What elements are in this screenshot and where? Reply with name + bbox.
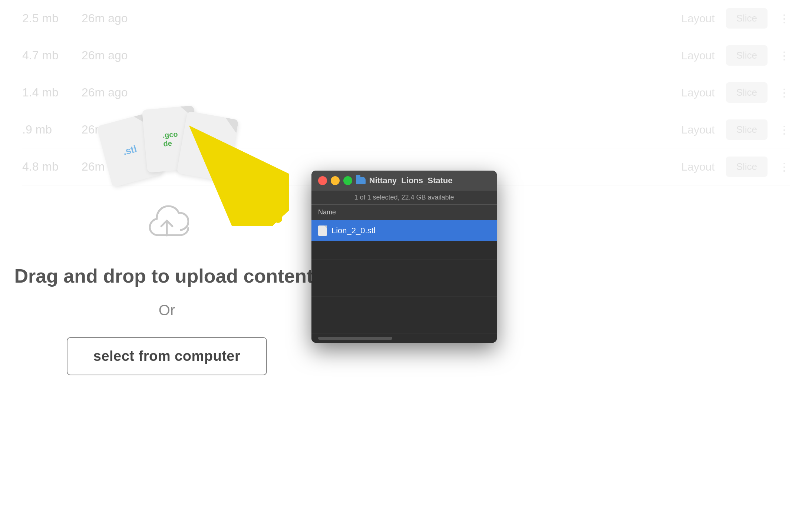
dialog-info: 1 of 1 selected, 22.4 GB available xyxy=(311,191,497,205)
layout-label: Layout xyxy=(681,86,715,99)
dialog-scrollbar[interactable] xyxy=(311,334,497,343)
file-list: Lion_2_0.stl xyxy=(311,220,497,334)
more-icon[interactable]: ⋮ xyxy=(779,160,790,173)
layout-label: Layout xyxy=(681,124,715,136)
slice-button[interactable]: Slice xyxy=(726,45,768,66)
file-size: 4.7 mb xyxy=(22,49,67,62)
slice-button[interactable]: Slice xyxy=(726,157,768,177)
table-row: 2.5 mb 26m ago Layout Slice ⋮ xyxy=(22,0,790,37)
svg-line-1 xyxy=(200,137,278,219)
layout-label: Layout xyxy=(681,49,715,62)
folder-icon xyxy=(356,177,366,184)
file-size: 2.5 mb xyxy=(22,11,67,25)
dialog-title: Nittany_Lions_Statue xyxy=(356,176,453,185)
or-divider: Or xyxy=(159,302,175,319)
dialog-titlebar: Nittany_Lions_Statue xyxy=(311,171,497,191)
traffic-lights xyxy=(318,176,352,185)
close-traffic-light[interactable] xyxy=(318,176,327,185)
empty-file-row xyxy=(311,260,497,278)
file-time: 26m ago xyxy=(82,11,128,25)
empty-file-row xyxy=(311,315,497,334)
select-from-computer-button[interactable]: select from computer xyxy=(67,337,267,375)
empty-file-row xyxy=(311,278,497,297)
scrollbar-track xyxy=(318,337,392,340)
file-name: Lion_2_0.stl xyxy=(331,226,376,236)
more-icon[interactable]: ⋮ xyxy=(779,86,790,99)
slice-button[interactable]: Slice xyxy=(726,82,768,103)
file-list-item[interactable]: Lion_2_0.stl xyxy=(311,220,497,241)
layout-label: Layout xyxy=(681,161,715,173)
drag-drop-heading: Drag and drop to upload content! xyxy=(14,265,319,287)
empty-file-row xyxy=(311,297,497,315)
maximize-traffic-light[interactable] xyxy=(343,176,352,185)
empty-file-row xyxy=(311,241,497,260)
slice-button[interactable]: Slice xyxy=(726,119,768,140)
file-document-icon xyxy=(318,225,327,236)
mac-file-dialog: Nittany_Lions_Statue 1 of 1 selected, 22… xyxy=(311,171,497,343)
minimize-traffic-light[interactable] xyxy=(331,176,340,185)
slice-button[interactable]: Slice xyxy=(726,8,768,29)
table-row: 4.7 mb 26m ago Layout Slice ⋮ xyxy=(22,37,790,74)
layout-label: Layout xyxy=(681,12,715,25)
column-header-name: Name xyxy=(311,205,497,220)
more-icon[interactable]: ⋮ xyxy=(779,12,790,25)
more-icon[interactable]: ⋮ xyxy=(779,123,790,136)
yellow-arrow-annotation xyxy=(178,122,289,228)
file-time: 26m ago xyxy=(82,49,128,62)
more-icon[interactable]: ⋮ xyxy=(779,49,790,62)
